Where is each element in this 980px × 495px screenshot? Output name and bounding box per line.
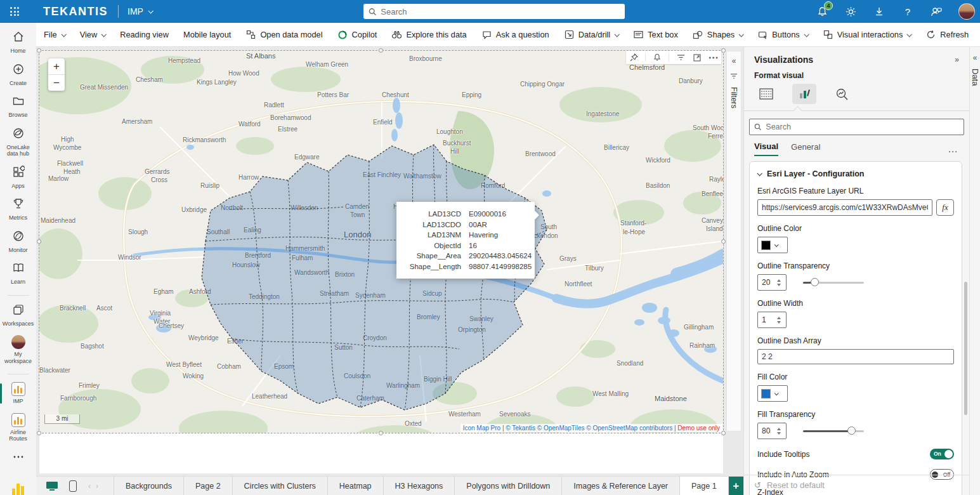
resize-handle[interactable] <box>37 239 41 244</box>
data-pane-collapsed[interactable]: « Data <box>969 47 980 495</box>
scroll-left-icon[interactable]: ‹ <box>88 482 91 491</box>
mobile-view-icon[interactable] <box>69 480 77 492</box>
ribbon-item-explore-this-data[interactable]: Explore this data <box>391 29 466 40</box>
more-options-icon[interactable]: ⋯ <box>709 53 719 63</box>
resize-handle[interactable] <box>37 48 41 53</box>
sidebar-item-browse[interactable]: Browse <box>0 95 36 119</box>
esri-layer-section-header[interactable]: Esri Layer - Configuration <box>757 169 954 178</box>
page-tab-circles-with-clusters[interactable]: Circles with Clusters <box>233 477 328 495</box>
sidebar-item-onelake-data-hub[interactable]: OneLakedata hub <box>0 127 36 157</box>
pin-visual-icon[interactable] <box>629 53 639 63</box>
sidebar-item-learn[interactable]: Learn <box>0 261 36 286</box>
expand-filters-icon[interactable]: « <box>732 56 736 65</box>
sidebar-item-my-workspace[interactable]: Myworkspace <box>0 335 36 364</box>
sidebar-item-airline-routes[interactable]: AirlineRoutes <box>0 413 36 442</box>
include-tooltips-toggle[interactable]: On <box>930 449 954 459</box>
more-options-icon[interactable]: … <box>948 143 959 155</box>
download-button[interactable] <box>873 5 885 18</box>
notifications-button[interactable]: 4 <box>816 5 828 18</box>
zoom-in-button[interactable]: + <box>48 58 65 74</box>
alert-icon[interactable] <box>652 53 662 63</box>
workspace-switcher[interactable]: IMP <box>127 6 152 16</box>
format-search-input[interactable] <box>766 122 959 131</box>
page-tab-h3-hexagons[interactable]: H3 Hexagons <box>384 477 455 495</box>
user-avatar[interactable] <box>958 3 975 20</box>
filter-icon[interactable] <box>676 53 686 63</box>
sidebar-item-workspaces[interactable]: Workspaces <box>0 303 36 327</box>
settings-button[interactable] <box>844 5 857 18</box>
pane-scrollbar[interactable] <box>964 282 967 415</box>
outline-width-input[interactable] <box>758 315 776 324</box>
resize-handle[interactable] <box>379 431 383 435</box>
tab-visual[interactable]: Visual <box>754 142 778 156</box>
fields-tab-icon[interactable] <box>754 84 778 104</box>
outline-dash-input[interactable] <box>757 349 954 364</box>
page-tab-backgrounds[interactable]: Backgrounds <box>114 477 184 495</box>
format-search[interactable] <box>749 119 964 135</box>
ribbon-item-mobile-layout[interactable]: Mobile layout <box>183 30 231 39</box>
web-view-icon[interactable] <box>45 480 59 492</box>
fx-conditional-format-button[interactable]: fx <box>936 199 954 216</box>
sidebar-item-create[interactable]: Create <box>0 63 36 87</box>
resize-handle[interactable] <box>379 48 383 53</box>
ribbon-item-ask-a-question[interactable]: Ask a question <box>481 29 549 40</box>
spinner-icon[interactable] <box>777 428 781 435</box>
help-button[interactable]: ? <box>901 5 914 18</box>
outline-transparency-slider[interactable] <box>803 278 864 287</box>
fill-color-dropdown[interactable] <box>757 385 788 402</box>
outline-transparency-input[interactable] <box>758 278 776 287</box>
resize-handle[interactable] <box>721 239 726 244</box>
page-tab-polygons-with-drilldown[interactable]: Polygons with Drilldown <box>455 477 562 495</box>
global-search[interactable] <box>363 4 625 19</box>
zoom-out-button[interactable]: − <box>48 75 65 91</box>
ribbon-item-data-drill[interactable]: Data/drill <box>564 29 619 40</box>
map-visual[interactable]: HempsteadSt AlbansWelham GreenBroxbourne… <box>39 51 723 433</box>
fill-transparency-input[interactable] <box>758 426 776 435</box>
ribbon-item-visual-interactions[interactable]: Visual interactions <box>823 29 911 40</box>
ribbon-item-shapes[interactable]: Shapes <box>693 29 743 40</box>
ribbon-item-refresh[interactable]: Refresh <box>925 29 969 40</box>
collapse-pane-icon[interactable]: » <box>955 55 959 64</box>
fill-transparency-stepper[interactable] <box>757 423 787 439</box>
sidebar-item-imp[interactable]: IMP <box>0 382 36 405</box>
focus-mode-icon[interactable] <box>692 53 702 63</box>
outline-transparency-stepper[interactable] <box>757 274 787 291</box>
ribbon-item-open-data-model[interactable]: Open data model <box>245 29 322 40</box>
search-input[interactable] <box>381 7 620 16</box>
resize-handle[interactable] <box>37 431 41 435</box>
filters-pane-collapsed[interactable]: « Filters <box>726 51 742 432</box>
sidebar-item-metrics[interactable]: Metrics <box>0 197 36 221</box>
brand-logo[interactable]: TEKANTIS <box>43 5 108 18</box>
ribbon-item-buttons[interactable]: Buttons <box>757 29 807 40</box>
format-tab-icon[interactable] <box>792 84 816 104</box>
ribbon-item-text-box[interactable]: Text box <box>633 29 678 40</box>
resize-handle[interactable] <box>721 431 726 435</box>
slider-knob[interactable] <box>847 426 856 435</box>
attribution-link[interactable]: © OpenMapTiles <box>537 425 585 432</box>
page-tab-heatmap[interactable]: Heatmap <box>328 477 384 495</box>
expand-data-icon[interactable]: « <box>973 53 977 62</box>
tab-general[interactable]: General <box>791 142 820 155</box>
sidebar-item-more[interactable] <box>0 451 36 466</box>
page-tab-page-1[interactable]: Page 1 <box>680 477 729 495</box>
feedback-button[interactable] <box>930 5 943 18</box>
ribbon-item-view[interactable]: View <box>80 30 106 39</box>
fill-transparency-slider[interactable] <box>803 426 864 435</box>
sidebar-item-home[interactable]: Home <box>0 30 36 55</box>
add-page-button[interactable]: + <box>729 477 743 495</box>
attribution-link[interactable]: Icon Map Pro <box>463 425 500 432</box>
ribbon-item-file[interactable]: File <box>44 30 65 39</box>
map-area[interactable]: HempsteadSt AlbansWelham GreenBroxbourne… <box>39 51 723 433</box>
outline-width-stepper[interactable] <box>757 312 787 328</box>
ribbon-item-copilot[interactable]: Copilot <box>337 29 377 40</box>
scroll-right-icon[interactable]: › <box>96 482 98 491</box>
feature-layer-url-input[interactable] <box>757 199 932 216</box>
spinner-icon[interactable] <box>777 279 781 286</box>
waffle-menu-icon[interactable] <box>0 0 29 23</box>
page-tab-page-2[interactable]: Page 2 <box>184 477 233 495</box>
outline-color-dropdown[interactable] <box>757 237 788 253</box>
attribution-link[interactable]: © OpenStreetMap contributors <box>586 425 672 432</box>
resize-handle[interactable] <box>721 48 726 53</box>
ribbon-item-reading-view[interactable]: Reading view <box>120 30 169 39</box>
sidebar-item-monitor[interactable]: Monitor <box>0 230 36 254</box>
